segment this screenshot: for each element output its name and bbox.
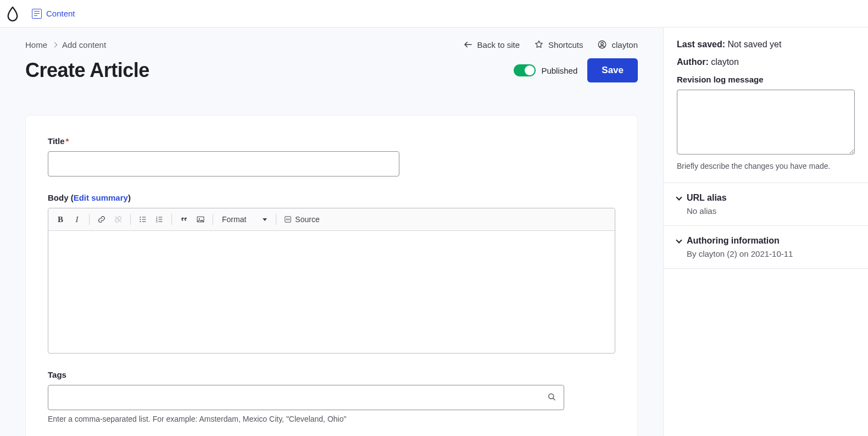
svg-point-11 [549,394,554,399]
link-icon [97,215,106,224]
svg-point-9 [199,218,200,219]
nav-content[interactable]: Content [26,5,81,22]
svg-point-1 [601,42,604,45]
numbered-list-button[interactable]: 123 [152,212,167,227]
form-card: Title * Body (Edit summary) B I [25,115,638,436]
user-circle-icon [597,40,607,49]
italic-button[interactable]: I [69,212,85,227]
author-label: Author: [677,57,709,67]
chevron-right-icon [52,42,58,47]
edit-summary-link[interactable]: Edit summary [74,193,128,202]
chevron-down-icon [676,237,682,243]
shortcuts-link[interactable]: Shortcuts [534,40,583,49]
chevron-down-icon [676,194,682,200]
blockquote-button[interactable] [176,212,192,227]
breadcrumb-current: Add content [62,40,106,49]
source-icon [284,216,292,223]
title-label: Title [48,136,65,146]
page-title: Create Article [25,59,149,82]
url-alias-sub: No alias [687,206,855,216]
body-label-prefix: Body ( [48,193,74,202]
unlink-button [110,212,126,227]
body-label-suffix: ) [128,193,131,202]
body-editor: B I 123 [48,208,615,354]
tags-input[interactable] [48,385,564,410]
back-to-site-link[interactable]: Back to site [463,40,520,49]
arrow-left-icon [463,40,473,49]
bullet-list-button[interactable] [135,212,151,227]
link-button[interactable] [94,212,109,227]
authoring-title: Authoring information [687,236,780,246]
url-alias-title: URL alias [687,193,727,203]
save-button[interactable]: Save [587,58,638,82]
url-alias-accordion[interactable]: URL alias No alias [664,183,868,226]
tags-help: Enter a comma-separated list. For exampl… [48,415,615,423]
revlog-help: Briefly describe the changes you have ma… [677,162,855,170]
header-actions: Back to site Shortcuts clayton [463,40,638,49]
search-icon [547,392,557,404]
body-textarea[interactable] [48,231,615,353]
image-button[interactable] [193,212,208,227]
user-menu[interactable]: clayton [597,40,638,49]
bold-button[interactable]: B [53,212,68,227]
required-indicator: * [66,136,69,146]
nav-content-label: Content [46,9,75,18]
document-icon [32,9,42,19]
authoring-accordion[interactable]: Authoring information By clayton (2) on … [664,226,868,269]
authoring-sub: By clayton (2) on 2021-10-11 [687,249,855,258]
source-button[interactable]: Source [281,213,322,226]
published-label: Published [541,66,577,75]
title-input[interactable] [48,151,399,176]
quote-icon [180,215,188,224]
last-saved-label: Last saved: [677,40,725,49]
bullet-list-icon [138,215,147,224]
main: Home Add content Back to site Shortcuts [0,27,664,436]
image-icon [196,215,205,224]
breadcrumb-home[interactable]: Home [25,40,47,49]
last-saved-value: Not saved yet [728,40,782,49]
topbar: Content [0,0,868,27]
svg-point-3 [140,219,141,220]
app-logo [7,6,19,21]
tags-label: Tags [48,370,66,379]
caret-down-icon [263,218,267,221]
format-select[interactable]: Format [218,213,271,226]
svg-point-2 [140,217,141,218]
revlog-label: Revision log message [677,75,855,84]
svg-point-4 [140,221,141,222]
sidebar: Last saved: Not saved yet Author: clayto… [664,27,868,436]
breadcrumb: Home Add content [25,40,106,49]
editor-toolbar: B I 123 [48,208,615,231]
revlog-textarea[interactable] [677,90,855,154]
numbered-list-icon: 123 [155,215,164,224]
published-toggle[interactable] [514,64,536,76]
star-icon [534,40,544,49]
svg-text:3: 3 [156,220,158,223]
unlink-icon [114,215,123,224]
author-value: clayton [711,57,739,67]
